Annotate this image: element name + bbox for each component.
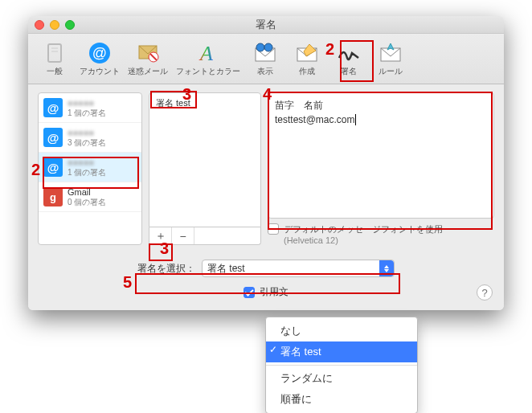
signature-line: testtest@mac.com: [275, 112, 487, 127]
popup-item-sequential[interactable]: 順番に: [266, 389, 417, 410]
account-sub: 3 個の署名: [68, 138, 106, 147]
composing-icon: [293, 40, 321, 66]
rules-icon: [376, 40, 405, 66]
account-name: Gmail: [68, 187, 106, 197]
signature-icon: [334, 40, 363, 66]
svg-point-10: [256, 43, 264, 51]
gmail-icon: g: [43, 187, 63, 206]
account-icon: @: [43, 128, 63, 147]
popup-item-selected[interactable]: 署名 test: [266, 341, 417, 362]
svg-text:@: @: [92, 45, 107, 61]
popup-item-none[interactable]: なし: [266, 321, 417, 341]
popup-separator: [266, 365, 417, 366]
body: @ ●●●●● 1 個の署名 @ ●●●●● 3 個の署名 @: [28, 84, 504, 310]
toolbar-signatures[interactable]: 署名: [329, 39, 369, 79]
toolbar-label: 表示: [257, 66, 273, 77]
signature-list[interactable]: 署名 test: [149, 92, 261, 227]
account-sub: 1 個の署名: [68, 108, 106, 117]
default-font-checkbox[interactable]: [268, 223, 279, 235]
choose-signature-row: 署名を選択： 署名 test: [38, 260, 494, 277]
toolbar-junk[interactable]: 迷惑メール: [125, 39, 171, 79]
account-sub: 0 個の署名: [68, 198, 106, 206]
select-caret-icon: [379, 260, 394, 276]
help-button[interactable]: ?: [477, 284, 493, 301]
default-font-label: デフォルトのメッセージフォントを使用 (Helvetica 12): [284, 223, 443, 245]
toolbar-accounts[interactable]: @ アカウント: [76, 39, 123, 79]
choose-signature-label: 署名を選択：: [137, 262, 195, 276]
prefs-toolbar: 一般 @ アカウント 迷惑メール A フォントとカラー 表示: [28, 34, 504, 84]
signature-list-buttons: ＋ −: [149, 227, 261, 245]
titlebar: 署名: [28, 16, 504, 34]
account-name: ●●●●●: [68, 157, 106, 167]
at-icon: @: [85, 40, 114, 66]
toolbar-label: ルール: [379, 66, 403, 77]
add-signature-button[interactable]: ＋: [149, 227, 172, 244]
select-value: 署名 test: [207, 262, 245, 276]
svg-text:A: A: [198, 42, 213, 65]
account-name: ●●●●●: [68, 128, 106, 137]
include-quote-label: 引用文: [260, 285, 289, 299]
signature-editor[interactable]: 苗字 名前 testtest@mac.com: [268, 92, 494, 219]
signature-line: 苗字 名前: [275, 98, 487, 112]
account-sub: 1 個の署名: [68, 168, 106, 177]
account-icon: @: [43, 157, 63, 177]
toolbar-composing[interactable]: 作成: [287, 39, 327, 79]
window-title: 署名: [28, 18, 504, 32]
toolbar-general[interactable]: 一般: [35, 39, 75, 79]
account-name: ●●●●●: [68, 98, 106, 108]
popup-item-random[interactable]: ランダムに: [266, 368, 417, 389]
svg-point-11: [264, 43, 272, 51]
text-caret: [355, 114, 356, 125]
toolbar-viewing[interactable]: 表示: [245, 39, 285, 79]
include-quote-checkbox[interactable]: [243, 287, 255, 298]
account-row[interactable]: @ ●●●●● 1 個の署名: [39, 93, 141, 123]
toolbar-label: 署名: [341, 66, 357, 77]
remove-signature-button[interactable]: −: [172, 227, 194, 244]
general-icon: [40, 40, 69, 66]
account-row-selected[interactable]: @ ●●●●● 1 個の署名: [39, 153, 141, 182]
fonts-icon: A: [194, 40, 223, 66]
include-quote-row: 引用文: [38, 285, 494, 299]
signature-item[interactable]: 署名 test: [151, 95, 259, 112]
viewing-icon: [251, 40, 280, 66]
account-row[interactable]: @ ●●●●● 3 個の署名: [39, 123, 141, 153]
accounts-list[interactable]: @ ●●●●● 1 個の署名 @ ●●●●● 3 個の署名 @: [38, 92, 142, 245]
preferences-window: 署名 一般 @ アカウント 迷惑メール A フォントとカラー: [28, 16, 504, 310]
choose-signature-select[interactable]: 署名 test: [202, 260, 395, 277]
account-icon: @: [43, 98, 63, 117]
signature-popup-menu[interactable]: なし 署名 test ランダムに 順番に: [265, 317, 418, 413]
toolbar-label: アカウント: [80, 66, 120, 77]
junk-icon: [133, 40, 162, 66]
toolbar-rules[interactable]: ルール: [370, 39, 411, 79]
toolbar-label: 一般: [47, 66, 63, 77]
toolbar-fonts[interactable]: A フォントとカラー: [173, 39, 243, 79]
toolbar-label: 作成: [299, 66, 315, 77]
account-row[interactable]: g Gmail 0 個の署名: [39, 182, 141, 212]
toolbar-label: 迷惑メール: [128, 66, 168, 77]
svg-rect-0: [48, 44, 61, 62]
toolbar-label: フォントとカラー: [176, 66, 240, 77]
